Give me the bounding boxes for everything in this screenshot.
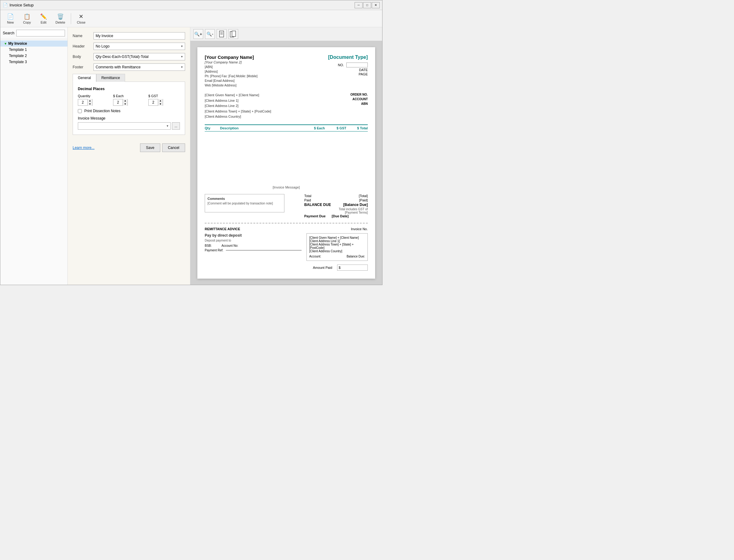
balance-due-row: BALANCE DUE [Balance Due] — [304, 203, 368, 207]
body-row: Body Qty-Desc-Each-GST(Total)-Total — [73, 53, 185, 60]
quantity-down-button[interactable]: ▼ — [87, 102, 92, 106]
maximize-button[interactable]: □ — [363, 2, 371, 8]
client-address2: [Client Address Line 2] — [205, 103, 271, 109]
client-address1: [Client Address Line 1] — [205, 98, 271, 104]
search-label: Search — [3, 31, 14, 35]
tab-remittance[interactable]: Remittance — [96, 74, 125, 82]
zoom-in-button[interactable]: 🔍+ — [193, 29, 203, 39]
form-area: Name Header No Logo Small Logo Large Log… — [68, 27, 190, 140]
balance-due-value: [Balance Due] — [343, 203, 368, 207]
delete-button[interactable]: 🗑️ Delete — [52, 12, 68, 25]
gst-col: $ GST ▲ ▼ — [148, 94, 180, 106]
col-desc: Description — [220, 126, 303, 130]
remit-client-name: [Client Given Name] + [Client Name] — [309, 236, 365, 239]
company-phone: Ph: [Phone] Fax: [Fax] Mobile: [Mobile] — [205, 74, 257, 78]
invoice-message-row: ... — [78, 122, 180, 130]
each-input[interactable] — [113, 100, 123, 105]
print-dissection-checkbox[interactable] — [78, 109, 82, 113]
invoice-no-row: NO. — [328, 63, 368, 67]
edit-icon: ✏️ — [40, 13, 47, 20]
invoice-body-rows — [205, 134, 368, 183]
header-row: Header No Logo Small Logo Large Logo — [73, 43, 185, 50]
footer-select[interactable]: Comments with Remittance Comments Only N… — [93, 63, 185, 71]
account-row: ACCOUNT — [350, 97, 368, 101]
delete-icon: 🗑️ — [57, 13, 64, 20]
totals-area: Comments [Comment will be populated by t… — [205, 194, 368, 218]
each-down-button[interactable]: ▼ — [123, 102, 127, 106]
tree-item-label: My Invoice — [8, 41, 27, 46]
col-gst: $ GST — [325, 126, 346, 130]
payment-ref-label: Payment Ref: — [205, 249, 223, 252]
tree-item-label: Template 2 — [9, 54, 27, 58]
order-no-label: ORDER NO. — [350, 93, 368, 96]
abn-row: ABN — [350, 102, 368, 105]
account-label: ACCOUNT — [352, 97, 368, 101]
name-label: Name — [73, 34, 91, 38]
tree-item-template2[interactable]: Template 2 — [0, 53, 67, 59]
client-area: [Client Given Name] + [Client Name] [Cli… — [205, 93, 368, 120]
quantity-spinner: ▲ ▼ — [78, 99, 93, 106]
tree-item-template3[interactable]: Template 3 — [0, 59, 67, 65]
abn-label: ABN — [361, 102, 368, 105]
quantity-label: Quantity — [78, 94, 90, 98]
gst-down-button[interactable]: ▼ — [158, 102, 163, 106]
tree-item-label: Template 1 — [9, 48, 27, 52]
copy-button[interactable]: 📋 Copy — [19, 12, 35, 25]
account-label2: Account: — [309, 255, 321, 258]
tab-general[interactable]: General — [73, 74, 96, 82]
new-button[interactable]: 📄 New — [3, 12, 18, 25]
close-button[interactable]: ✕ Close — [74, 12, 89, 25]
search-input[interactable] — [16, 30, 65, 36]
payment-ref-field: Payment Ref: — [205, 249, 302, 252]
name-row: Name — [73, 32, 185, 40]
tree-view: ▼ My Invoice Template 1 Template 2 Templ… — [0, 39, 67, 285]
svg-rect-5 — [232, 31, 236, 36]
action-buttons: Save Cancel — [140, 143, 185, 152]
toolbar-separator — [71, 13, 71, 24]
body-select[interactable]: Qty-Desc-Each-GST(Total)-Total — [93, 53, 185, 60]
gst-input[interactable] — [149, 100, 158, 105]
learn-more-link[interactable]: Learn more... — [73, 146, 94, 150]
save-button[interactable]: Save — [140, 143, 160, 152]
invoice-message-browse-button[interactable]: ... — [172, 122, 180, 130]
new-icon: 📄 — [7, 13, 14, 20]
comments-title: Comments — [207, 197, 282, 200]
tree-item-template1[interactable]: Template 1 — [0, 47, 67, 53]
close-window-button[interactable]: ✕ — [372, 2, 380, 8]
comments-body: [Comment will be populated by transactio… — [207, 202, 282, 205]
header-select[interactable]: No Logo Small Logo Large Logo — [93, 43, 185, 50]
cancel-button[interactable]: Cancel — [162, 143, 185, 152]
minimize-button[interactable]: ─ — [355, 2, 363, 8]
gst-up-button[interactable]: ▲ — [158, 99, 163, 102]
page2-button[interactable] — [228, 29, 238, 39]
bsb-label: BSB: — [205, 244, 212, 247]
multi-page-icon — [230, 31, 237, 37]
quantity-spinner-btns: ▲ ▼ — [87, 99, 92, 106]
each-spinner-btns: ▲ ▼ — [123, 99, 127, 106]
company-name2: [Your Company Name 2] — [205, 60, 257, 64]
payment-terms: [Payment Terms] — [345, 211, 368, 214]
each-up-button[interactable]: ▲ — [123, 99, 127, 102]
name-input[interactable] — [93, 32, 185, 40]
col-qty: Qty — [205, 126, 220, 130]
tree-item-my-invoice[interactable]: ▼ My Invoice — [0, 40, 67, 47]
zoom-out-button[interactable]: 🔍- — [205, 29, 215, 39]
invoice-message-select[interactable] — [78, 122, 171, 130]
remit-country: [Client Address Country] — [309, 250, 365, 253]
invoice-message-preview: [Invoice Message] — [205, 185, 368, 189]
print-dissection-row: Print Dissection Notes — [78, 109, 180, 113]
preview-area: [Your Company Name] [Your Company Name 2… — [190, 41, 382, 285]
remittance-grid: Pay by direct deposit Deposit payment to… — [205, 233, 368, 261]
invoice-totals: Total [Total] Paid [Paid] BALANCE DUE [B… — [304, 194, 368, 218]
edit-button[interactable]: ✏️ Edit — [36, 12, 51, 25]
quantity-up-button[interactable]: ▲ — [87, 99, 92, 102]
gst-label: $ GST — [148, 94, 158, 98]
paid-label: Paid — [304, 198, 311, 202]
payment-terms-row: [Payment Terms] — [304, 211, 368, 214]
footer-label: Footer — [73, 65, 91, 69]
payment-due-label: Payment Due — [304, 214, 326, 218]
title-bar: 📄 Invoice Setup ─ □ ✕ — [0, 0, 382, 10]
page1-button[interactable] — [217, 29, 226, 39]
quantity-input[interactable] — [78, 100, 87, 105]
gst-spinner-btns: ▲ ▼ — [158, 99, 163, 106]
